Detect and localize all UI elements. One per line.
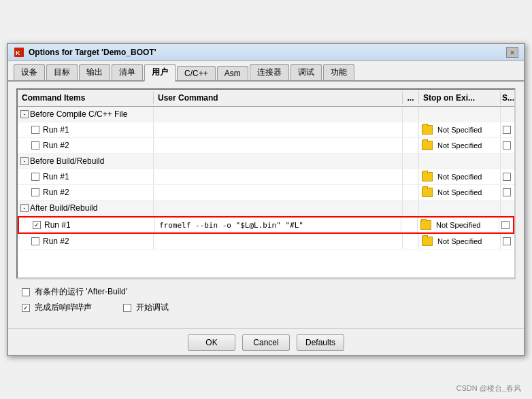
bb-run2-command-input[interactable] — [158, 188, 398, 196]
tab-cpp[interactable]: C/C++ — [177, 66, 216, 80]
group-before-build-cmd — [154, 154, 403, 169]
bb-run1-s-checkbox[interactable] — [503, 173, 511, 181]
option-row-2: 完成后响哔哔声 开始调试 — [22, 302, 510, 313]
title-bar-left: K Options for Target 'Demo_BOOT' — [14, 47, 156, 58]
bb-run2-s — [501, 185, 514, 200]
expand-before-build[interactable]: - — [20, 157, 29, 165]
group-after-build-stop — [419, 201, 501, 215]
start-debug-option: 开始调试 — [123, 302, 169, 313]
conditional-run-option: 有条件的运行 'After-Build' — [22, 286, 127, 298]
title-text: Options for Target 'Demo_BOOT' — [29, 48, 156, 57]
group-before-compile: - Before Compile C/C++ File — [18, 107, 514, 122]
bb-run2-checkbox[interactable] — [31, 188, 39, 196]
tab-target[interactable]: 目标 — [46, 64, 78, 80]
tab-asm[interactable]: Asm — [217, 66, 248, 80]
bc-run1-folder-icon — [422, 125, 433, 135]
close-button[interactable]: × — [506, 47, 518, 58]
beep-checkbox[interactable] — [22, 304, 30, 312]
button-row: OK Cancel Defaults CSDN @楼台_春风 — [8, 328, 524, 355]
header-s: S... — [501, 92, 514, 104]
tab-user[interactable]: 用户 — [144, 64, 176, 82]
ab-run1-stop: Not Specified — [418, 218, 499, 232]
bc-run2-command[interactable] — [154, 138, 403, 153]
bb-run1-s — [501, 169, 514, 184]
row-bc-run2: Run #2 Not Specified — [18, 138, 514, 154]
tab-utilities[interactable]: 功能 — [323, 64, 354, 80]
group-before-compile-stop — [419, 107, 501, 122]
ab-run2-s-checkbox[interactable] — [503, 237, 511, 245]
bc-run2-s-checkbox[interactable] — [503, 141, 511, 150]
ab-run1-dots — [401, 218, 418, 232]
tab-debug[interactable]: 调试 — [290, 64, 322, 80]
ab-run2-checkbox[interactable] — [31, 237, 39, 245]
beep-option: 完成后响哔哔声 — [22, 302, 92, 313]
option-row-1: 有条件的运行 'After-Build' — [22, 286, 510, 298]
ab-run2-label: Run #2 — [18, 234, 154, 249]
ab-run2-command-input[interactable] — [158, 237, 398, 245]
content-area: Command Items User Command ... Stop on E… — [8, 82, 524, 328]
bb-run1-folder-icon — [422, 172, 433, 181]
tab-bar: 设备 目标 输出 清单 用户 C/C++ Asm 连接器 调试 功能 — [8, 61, 524, 82]
tab-listing[interactable]: 清单 — [112, 64, 143, 80]
group-after-build-cmd — [154, 201, 403, 215]
conditional-run-checkbox[interactable] — [22, 288, 30, 296]
table-header: Command Items User Command ... Stop on E… — [18, 90, 514, 107]
ab-run2-folder-icon — [422, 237, 433, 246]
ab-run1-folder-icon — [420, 220, 431, 230]
bb-run2-stop: Not Specified — [419, 185, 501, 200]
ok-button[interactable]: OK — [188, 334, 235, 351]
bb-run1-command-input[interactable] — [158, 173, 398, 181]
ab-run2-dots — [403, 234, 419, 249]
tab-output[interactable]: 输出 — [79, 64, 110, 80]
ab-run1-s — [499, 218, 513, 232]
expand-before-compile[interactable]: - — [20, 110, 29, 118]
bc-run2-stop: Not Specified — [419, 138, 501, 153]
ab-run2-s — [501, 234, 514, 249]
group-after-build-dots — [403, 201, 419, 215]
ab-run1-label: Run #1 — [19, 218, 155, 232]
bb-run2-folder-icon — [422, 188, 433, 197]
tab-device[interactable]: 设备 — [14, 64, 45, 80]
command-table: Command Items User Command ... Stop on E… — [16, 88, 516, 279]
cancel-button[interactable]: Cancel — [242, 334, 290, 351]
bc-run2-label: Run #2 — [18, 138, 154, 153]
bb-run1-command[interactable] — [154, 169, 403, 184]
bb-run2-s-checkbox[interactable] — [503, 188, 511, 196]
ab-run1-s-checkbox[interactable] — [501, 221, 510, 229]
svg-text:K: K — [16, 50, 20, 56]
bc-run1-command-input[interactable] — [158, 126, 398, 134]
bc-run1-s — [501, 122, 514, 137]
bb-run1-checkbox[interactable] — [31, 173, 39, 181]
ab-run1-checkbox[interactable] — [33, 221, 41, 229]
bc-run2-command-input[interactable] — [158, 141, 398, 150]
expand-after-build[interactable]: - — [20, 204, 29, 212]
app-icon: K — [14, 47, 24, 58]
bc-run2-s — [501, 138, 514, 153]
bc-run1-stop: Not Specified — [419, 122, 501, 137]
bc-run1-checkbox[interactable] — [31, 126, 39, 134]
start-debug-checkbox[interactable] — [123, 304, 131, 312]
bc-run2-dots — [403, 138, 419, 153]
title-bar: K Options for Target 'Demo_BOOT' × — [8, 44, 524, 61]
ab-run2-command[interactable] — [154, 234, 403, 249]
table-body: - Before Compile C/C++ File Run #1 — [18, 107, 514, 273]
bb-run2-command[interactable] — [154, 185, 403, 200]
group-before-build-label: - Before Build/Rebuild — [18, 154, 154, 169]
bc-run1-label: Run #1 — [18, 122, 154, 137]
header-command-items: Command Items — [18, 92, 154, 104]
row-bb-run2: Run #2 Not Specified — [18, 185, 514, 201]
ab-run1-command[interactable]: fromelf --bin -o "$L@L.bin" "#L" — [155, 218, 401, 232]
bc-run1-command[interactable] — [154, 122, 403, 137]
group-before-compile-cmd — [154, 107, 403, 122]
group-before-build-stop — [419, 154, 501, 169]
defaults-button[interactable]: Defaults — [297, 334, 344, 351]
group-before-build: - Before Build/Rebuild — [18, 154, 514, 169]
bc-run2-checkbox[interactable] — [31, 141, 39, 150]
bc-run1-s-checkbox[interactable] — [503, 126, 511, 134]
watermark: CSDN @楼台_春风 — [456, 383, 521, 394]
tab-linker[interactable]: 连接器 — [250, 64, 289, 80]
ab-run2-stop: Not Specified — [419, 234, 501, 249]
bb-run2-dots — [403, 185, 419, 200]
group-after-build-s — [501, 201, 514, 215]
main-window: K Options for Target 'Demo_BOOT' × 设备 目标… — [7, 43, 525, 356]
